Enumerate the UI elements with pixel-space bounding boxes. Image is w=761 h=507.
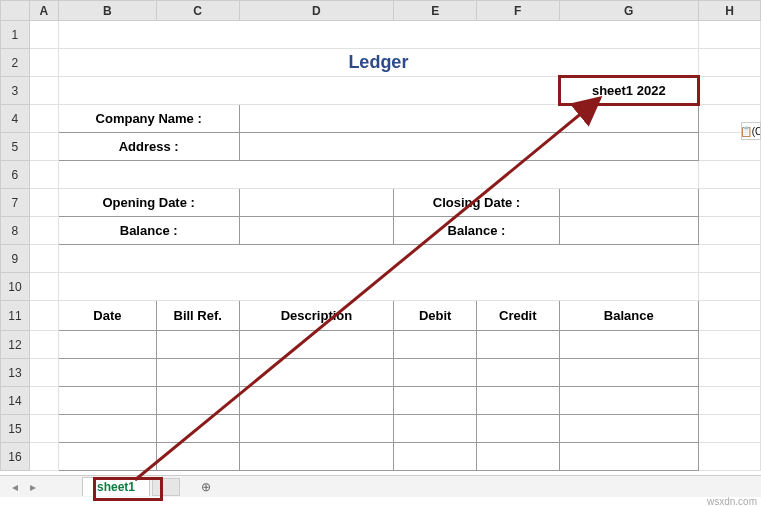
sheet-tab-active[interactable]: sheet1 — [82, 477, 150, 496]
tab-nav-next[interactable]: ▸ — [25, 479, 41, 495]
row-header-13[interactable]: 13 — [1, 359, 30, 387]
cell-a11[interactable] — [29, 301, 58, 331]
company-name-input[interactable] — [239, 105, 698, 133]
table-row[interactable] — [476, 443, 559, 471]
cell-h2[interactable] — [698, 49, 760, 77]
row-header-9[interactable]: 9 — [1, 245, 30, 273]
cell-b3-f3[interactable] — [58, 77, 559, 105]
col-header-d[interactable]: D — [239, 1, 394, 21]
table-row[interactable] — [58, 331, 156, 359]
cell-h16[interactable] — [698, 443, 760, 471]
closing-date-input[interactable] — [559, 189, 698, 217]
cell-b10-g10[interactable] — [58, 273, 698, 301]
cell-a12[interactable] — [29, 331, 58, 359]
row-header-2[interactable]: 2 — [1, 49, 30, 77]
sheet-tab-placeholder[interactable] — [152, 478, 180, 496]
row-header-16[interactable]: 16 — [1, 443, 30, 471]
cell-a1[interactable] — [29, 21, 58, 49]
table-row[interactable] — [239, 331, 394, 359]
row-header-8[interactable]: 8 — [1, 217, 30, 245]
table-row[interactable] — [476, 331, 559, 359]
col-header-g[interactable]: G — [559, 1, 698, 21]
row-header-1[interactable]: 1 — [1, 21, 30, 49]
table-row[interactable] — [394, 415, 477, 443]
table-row[interactable] — [559, 359, 698, 387]
cell-h7[interactable] — [698, 189, 760, 217]
col-header-f[interactable]: F — [476, 1, 559, 21]
table-row[interactable] — [239, 415, 394, 443]
table-row[interactable] — [156, 359, 239, 387]
cell-a16[interactable] — [29, 443, 58, 471]
cell-a9[interactable] — [29, 245, 58, 273]
th-date[interactable]: Date — [58, 301, 156, 331]
table-row[interactable] — [239, 359, 394, 387]
table-row[interactable] — [58, 387, 156, 415]
cell-a7[interactable] — [29, 189, 58, 217]
table-row[interactable] — [394, 359, 477, 387]
table-row[interactable] — [58, 359, 156, 387]
cell-a4[interactable] — [29, 105, 58, 133]
table-row[interactable] — [559, 331, 698, 359]
table-row[interactable] — [476, 359, 559, 387]
row-header-6[interactable]: 6 — [1, 161, 30, 189]
cell-a5[interactable] — [29, 133, 58, 161]
cell-b1-g1[interactable] — [58, 21, 698, 49]
cell-h13[interactable] — [698, 359, 760, 387]
address-input[interactable] — [239, 133, 698, 161]
opening-balance-input[interactable] — [239, 217, 394, 245]
th-debit[interactable]: Debit — [394, 301, 477, 331]
row-header-11[interactable]: 11 — [1, 301, 30, 331]
closing-balance-input[interactable] — [559, 217, 698, 245]
cell-h3[interactable] — [698, 77, 760, 105]
th-balance[interactable]: Balance — [559, 301, 698, 331]
spreadsheet-grid[interactable]: A B C D E F G H 1 2 Ledger 3 sheet — [0, 0, 761, 480]
table-row[interactable] — [476, 387, 559, 415]
th-description[interactable]: Description — [239, 301, 394, 331]
table-row[interactable] — [239, 443, 394, 471]
table-row[interactable] — [58, 415, 156, 443]
table-row[interactable] — [156, 387, 239, 415]
table-row[interactable] — [394, 387, 477, 415]
cell-a14[interactable] — [29, 387, 58, 415]
table-row[interactable] — [394, 443, 477, 471]
add-sheet-button[interactable]: ⊕ — [196, 477, 216, 497]
table-row[interactable] — [58, 443, 156, 471]
cell-h8[interactable] — [698, 217, 760, 245]
table-row[interactable] — [559, 415, 698, 443]
col-header-e[interactable]: E — [394, 1, 477, 21]
cell-h12[interactable] — [698, 331, 760, 359]
row-header-7[interactable]: 7 — [1, 189, 30, 217]
cell-h15[interactable] — [698, 415, 760, 443]
col-header-a[interactable]: A — [29, 1, 58, 21]
cell-h11[interactable] — [698, 301, 760, 331]
table-row[interactable] — [156, 331, 239, 359]
cell-a2[interactable] — [29, 49, 58, 77]
row-header-10[interactable]: 10 — [1, 273, 30, 301]
col-header-b[interactable]: B — [58, 1, 156, 21]
table-row[interactable] — [559, 387, 698, 415]
row-header-4[interactable]: 4 — [1, 105, 30, 133]
table-row[interactable] — [476, 415, 559, 443]
cell-a13[interactable] — [29, 359, 58, 387]
cell-h9[interactable] — [698, 245, 760, 273]
table-row[interactable] — [156, 443, 239, 471]
row-header-3[interactable]: 3 — [1, 77, 30, 105]
cell-a8[interactable] — [29, 217, 58, 245]
cell-a6[interactable] — [29, 161, 58, 189]
th-credit[interactable]: Credit — [476, 301, 559, 331]
cell-h14[interactable] — [698, 387, 760, 415]
tab-nav-prev[interactable]: ◂ — [7, 479, 23, 495]
col-header-c[interactable]: C — [156, 1, 239, 21]
cell-h10[interactable] — [698, 273, 760, 301]
col-header-h[interactable]: H — [698, 1, 760, 21]
select-all-corner[interactable] — [1, 1, 30, 21]
table-row[interactable] — [239, 387, 394, 415]
cell-b6-g6[interactable] — [58, 161, 698, 189]
row-header-14[interactable]: 14 — [1, 387, 30, 415]
cell-a10[interactable] — [29, 273, 58, 301]
paste-options-icon[interactable]: 📋(C — [741, 122, 761, 140]
th-bill-ref[interactable]: Bill Ref. — [156, 301, 239, 331]
opening-date-input[interactable] — [239, 189, 394, 217]
table-row[interactable] — [394, 331, 477, 359]
sheet-date-cell[interactable]: sheet1 2022 — [559, 77, 698, 105]
